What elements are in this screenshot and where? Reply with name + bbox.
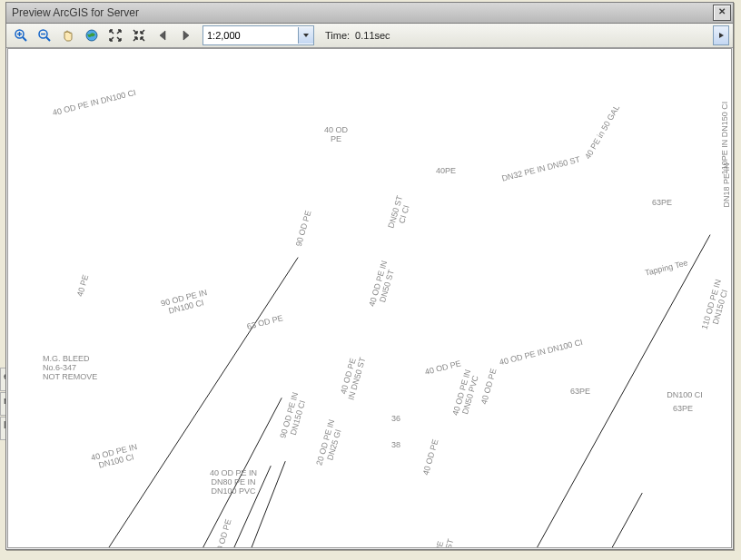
chevron-down-icon: [302, 32, 310, 39]
close-icon: ✕: [718, 6, 726, 16]
close-button[interactable]: ✕: [713, 5, 731, 21]
zoom-to-extent-button[interactable]: [104, 25, 126, 46]
zoom-out-icon: [37, 28, 52, 43]
arrow-left-icon: [155, 28, 170, 43]
fit-button[interactable]: [128, 25, 150, 46]
zoom-in-icon: [14, 28, 28, 43]
toolbar-menu-button[interactable]: [713, 25, 729, 45]
zoom-out-button[interactable]: [34, 25, 55, 46]
scale-combo[interactable]: [203, 25, 314, 45]
scale-input[interactable]: [203, 27, 298, 44]
scale-dropdown-button[interactable]: [298, 27, 313, 44]
map-label: DN100 CI: [667, 391, 703, 400]
svg-line-1: [23, 37, 26, 41]
expand-icon: [108, 28, 123, 43]
map-label: 36: [391, 415, 400, 424]
time-value: 0.11sec: [355, 30, 390, 41]
map-label: M.G. BLEED No.6-347 NOT REMOVE: [43, 355, 97, 382]
status-text: Time: 0.11sec: [325, 30, 390, 41]
map-label: 40 OD PE IN DN80 PE IN DN100 PVC: [210, 469, 257, 496]
zoom-in-button[interactable]: [10, 25, 32, 46]
titlebar[interactable]: Preview ArcGIS for Server ✕: [6, 3, 733, 24]
toolbar: Time: 0.11sec: [6, 24, 733, 48]
pan-button[interactable]: [57, 25, 79, 46]
map-label: 63PE: [673, 405, 693, 414]
play-right-icon: [717, 32, 725, 39]
pan-hand-icon: [61, 28, 75, 43]
preview-window: Preview ArcGIS for Server ✕: [5, 2, 734, 550]
back-button[interactable]: [152, 25, 173, 46]
contract-icon: [132, 28, 146, 43]
map-canvas[interactable]: 40 OD PE IN DN100 CI40 OD PE40 PE in 50 …: [7, 48, 732, 548]
map-label: 40PE: [436, 167, 456, 176]
arrow-right-icon: [179, 28, 193, 43]
time-label: Time:: [325, 30, 350, 41]
map-label: 38: [391, 441, 400, 450]
svg-line-5: [46, 37, 50, 41]
globe-icon: [84, 28, 99, 43]
window-title: Preview ArcGIS for Server: [12, 6, 139, 19]
map-label: 63PE: [570, 388, 590, 397]
forward-button[interactable]: [175, 25, 197, 46]
map-label: DN18 PE IN: [723, 162, 732, 207]
map-label: 63PE: [652, 199, 672, 208]
pipe-line: [588, 493, 642, 547]
full-extent-button[interactable]: [81, 25, 103, 46]
map-label: 40 OD PE: [324, 126, 348, 144]
